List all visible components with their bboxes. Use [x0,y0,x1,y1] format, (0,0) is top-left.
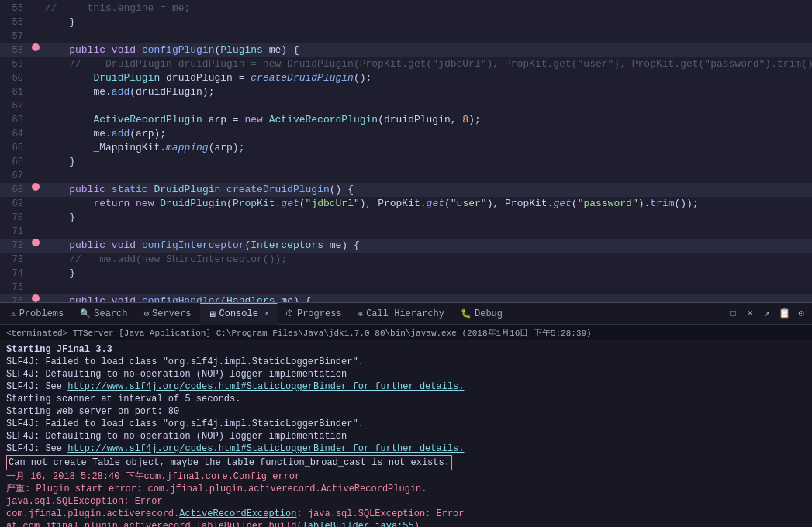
maximize-button[interactable]: ↗ [759,306,775,322]
console-line: Starting JFinal 3.3 [6,343,806,356]
console-line: Can not create Table object, maybe the t… [6,455,806,470]
line-number: 61 [0,85,29,99]
code-line: 58 public void configPlugin(Plugins me) … [0,43,812,57]
code-line: 73 // me.add(new ShiroInterceptor()); [0,253,812,267]
line-number: 57 [0,29,29,43]
problems-tab-label: Problems [19,308,64,319]
console-normal-text: SLF4J: Defaulting to no-operation (NOP) … [6,431,347,442]
line-content: ActiveRecordPlugin arp = new ActiveRecor… [42,113,812,127]
console-line: java.sql.SQLException: Error [6,495,806,508]
breakpoint-icon[interactable] [32,43,40,51]
line-content: public void configPlugin(Plugins me) { [42,43,812,57]
console-link[interactable]: http://www.slf4j.org/codes.html#StaticLo… [67,381,464,392]
code-line: 60 DruidPlugin druidPlugin = createDruid… [0,71,812,85]
code-line: 66 } [0,155,812,169]
console-error-link[interactable]: ActiveRecordException [179,508,296,519]
error-box-text: Can not create Table object, maybe the t… [6,455,452,470]
copy-button[interactable]: 📋 [776,306,792,322]
tab-servers[interactable]: ⚙Servers [136,303,199,325]
console-normal-text: SLF4J: Failed to load class "org.slf4j.i… [6,356,364,367]
call-hierarchy-tab-icon: ❋ [358,308,364,319]
line-number: 55 [0,2,29,16]
line-content: DruidPlugin druidPlugin = createDruidPlu… [42,71,812,85]
console-line: Starting scanner at interval of 5 second… [6,393,806,405]
tab-debug[interactable]: 🐛Debug [453,303,511,325]
line-content: public void configInterceptor(Intercepto… [42,239,812,253]
tab-bar-actions: □×↗📋⚙ [725,306,809,322]
line-gutter [29,239,42,246]
debug-tab-label: Debug [475,308,503,319]
line-content: } [42,211,812,225]
console-status-bar: <terminated> TTServer [Java Application]… [0,325,812,340]
code-line: 63 ActiveRecordPlugin arp = new ActiveRe… [0,113,812,127]
line-content: } [42,16,812,29]
code-line: 74 } [0,267,812,281]
console-error-suffix: : java.sql.SQLException: Error [296,508,464,519]
line-content: } [42,267,812,281]
settings-button[interactable]: ⚙ [793,306,809,322]
line-gutter [29,43,42,51]
tab-console[interactable]: 🖥Console× [200,303,278,325]
code-line: 76 public void configHandler(Handlers me… [0,294,812,302]
debug-tab-icon: 🐛 [461,308,472,319]
console-link[interactable]: http://www.slf4j.org/codes.html#StaticLo… [67,443,464,454]
call-hierarchy-tab-label: Call Hierarchy [366,308,444,319]
line-number: 69 [0,197,29,211]
line-number: 63 [0,113,29,127]
code-editor: 55// this.engine = me;56 }5758 public vo… [0,0,812,302]
line-number: 72 [0,239,29,253]
code-line: 59 // DruidPlugin druidPlugin = new Drui… [0,57,812,71]
code-line: 55// this.engine = me; [0,2,812,16]
console-output: Starting JFinal 3.3SLF4J: Failed to load… [0,340,812,527]
console-line: Starting web server on port: 80 [6,405,806,418]
console-line: SLF4J: Defaulting to no-operation (NOP) … [6,368,806,381]
tab-search[interactable]: 🔍Search [72,303,136,325]
line-gutter [29,294,42,302]
code-line: 72 public void configInterceptor(Interce… [0,239,812,253]
line-content: me.add(druidPlugin); [42,85,812,99]
line-number: 65 [0,141,29,155]
code-line: 69 return new DruidPlugin(PropKit.get("j… [0,197,812,211]
line-content: // this.engine = me; [42,2,812,16]
console-tab-close[interactable]: × [264,310,269,319]
close-button[interactable]: × [742,306,758,322]
console-line: SLF4J: Failed to load class "org.slf4j.i… [6,356,806,368]
code-line: 57 [0,29,812,43]
code-line: 64 me.add(arp); [0,127,812,141]
servers-tab-icon: ⚙ [143,308,149,319]
console-error-link[interactable]: TableBuilder.java:55 [302,521,414,527]
console-tab-icon: 🖥 [208,309,216,319]
line-number: 62 [0,99,29,113]
search-tab-icon: 🔍 [80,308,91,319]
console-error-text: java.sql.SQLException: Error [6,496,163,507]
console-line: SLF4J: Failed to load class "org.slf4j.i… [6,418,806,430]
tab-bar: ⚠Problems🔍Search⚙Servers🖥Console×⏱Progre… [0,303,812,325]
code-line: 62 [0,99,812,113]
tab-call-hierarchy[interactable]: ❋Call Hierarchy [351,303,453,325]
line-number: 60 [0,71,29,85]
terminated-status: <terminated> TTServer [Java Application]… [6,327,592,339]
progress-tab-label: Progress [297,308,342,319]
console-tab-label: Console [219,308,258,319]
line-number: 56 [0,16,29,29]
console-normal-text: Starting web server on port: 80 [6,406,179,417]
line-content: public void configHandler(Handlers me) { [42,294,812,302]
tab-progress[interactable]: ⏱Progress [278,303,351,325]
code-line: 75 [0,281,812,294]
servers-tab-label: Servers [152,308,191,319]
breakpoint-icon[interactable] [32,239,40,246]
breakpoint-icon[interactable] [32,183,40,191]
console-normal-text: Starting scanner at interval of 5 second… [6,394,240,405]
console-error-prefix: com.jfinal.plugin.activerecord. [6,508,179,519]
code-line: 68 public static DruidPlugin createDruid… [0,183,812,197]
line-content: } [42,155,812,169]
console-text: SLF4J: See [6,443,67,454]
minimize-button[interactable]: □ [725,306,741,322]
console-line: at com.jfinal.plugin.activerecord.TableB… [6,520,806,527]
search-tab-label: Search [94,308,127,319]
tab-problems[interactable]: ⚠Problems [3,303,72,325]
code-line: 61 me.add(druidPlugin); [0,85,812,99]
console-line: SLF4J: See http://www.slf4j.org/codes.ht… [6,381,806,393]
bottom-panel: ⚠Problems🔍Search⚙Servers🖥Console×⏱Progre… [0,302,812,527]
breakpoint-icon[interactable] [32,294,40,302]
